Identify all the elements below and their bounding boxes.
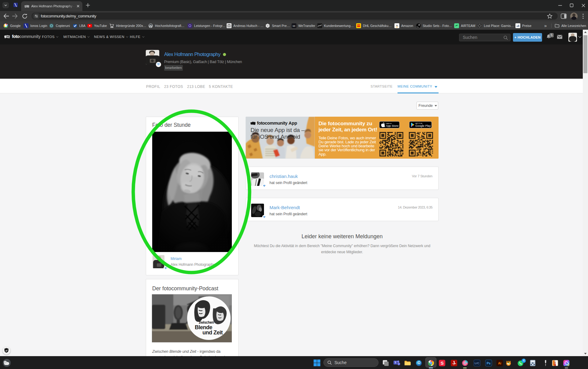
svg-text:Ai: Ai (498, 361, 501, 365)
svg-text:und Zeit: und Zeit (202, 329, 223, 336)
svg-text:we: we (292, 25, 295, 27)
svg-text:App Store: App Store (386, 124, 398, 127)
svg-text:Ps: Ps (487, 361, 491, 365)
svg-text:Google Play: Google Play (415, 124, 431, 127)
svg-text:LrC: LrC (475, 361, 480, 365)
svg-text:zwischen: zwischen (199, 320, 214, 325)
svg-text:a: a (396, 24, 398, 27)
svg-text:T: T (395, 361, 397, 364)
svg-text:S: S (440, 360, 443, 366)
